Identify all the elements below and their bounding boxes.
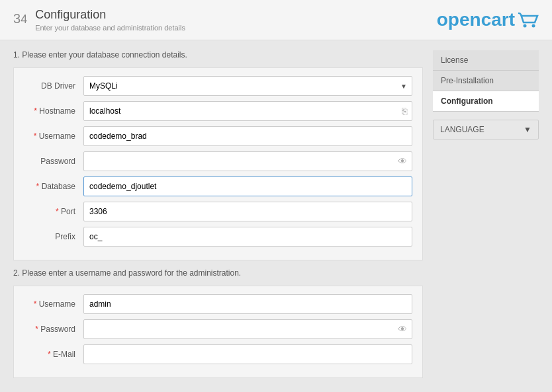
port-label: * Port bbox=[24, 207, 83, 216]
step-info: 34 Configuration Enter your database and… bbox=[13, 8, 185, 32]
admin-section: * Username * Password 👁 * E-Mail bbox=[13, 286, 423, 378]
form-area: 1. Please enter your database connection… bbox=[13, 50, 423, 386]
admin-password-input-wrapper: 👁 bbox=[83, 319, 412, 339]
page-title: Configuration bbox=[35, 8, 185, 22]
prefix-input[interactable] bbox=[83, 227, 412, 247]
password-input-wrapper: 👁 bbox=[83, 151, 412, 171]
admin-password-input[interactable] bbox=[83, 319, 412, 339]
database-label: * Database bbox=[24, 182, 83, 191]
prefix-group: Prefix bbox=[24, 227, 412, 247]
password-input[interactable] bbox=[83, 151, 412, 171]
db-driver-select[interactable]: MySQLi MySQL PostgreSQL MSSQL bbox=[83, 76, 412, 96]
show-admin-password-icon[interactable]: 👁 bbox=[398, 324, 407, 334]
port-input[interactable] bbox=[83, 202, 412, 221]
database-group: * Database bbox=[24, 176, 412, 196]
copy-icon[interactable]: ⎘ bbox=[402, 106, 407, 116]
page-subtitle: Enter your database and administration d… bbox=[35, 24, 185, 32]
admin-username-group: * Username bbox=[24, 294, 412, 314]
svg-point-1 bbox=[532, 24, 535, 28]
password-label: Password bbox=[24, 157, 83, 166]
username-input[interactable] bbox=[83, 126, 412, 146]
hostname-input[interactable] bbox=[83, 101, 412, 121]
svg-point-0 bbox=[524, 24, 527, 28]
password-group: Password 👁 bbox=[24, 151, 412, 171]
hostname-input-wrapper: ⎘ bbox=[83, 101, 412, 121]
admin-username-input[interactable] bbox=[83, 294, 412, 314]
sidebar-item-license[interactable]: License bbox=[433, 50, 539, 71]
admin-username-label: * Username bbox=[24, 299, 83, 309]
admin-password-group: * Password 👁 bbox=[24, 319, 412, 339]
section2-title: 2. Please enter a username and password … bbox=[13, 268, 423, 278]
logo: opencart bbox=[437, 9, 539, 30]
admin-email-input[interactable] bbox=[83, 344, 412, 364]
sidebar-item-preinstallation[interactable]: Pre-Installation bbox=[433, 71, 539, 91]
language-button[interactable]: LANGUAGE ▼ bbox=[433, 120, 539, 139]
username-group: * Username bbox=[24, 126, 412, 146]
db-driver-select-wrapper[interactable]: MySQLi MySQL PostgreSQL MSSQL ▼ bbox=[83, 76, 412, 96]
step-total: 4 bbox=[21, 13, 27, 26]
db-driver-label: DB Driver bbox=[24, 81, 83, 91]
admin-email-group: * E-Mail bbox=[24, 344, 412, 364]
section1-title: 1. Please enter your database connection… bbox=[13, 50, 423, 59]
port-group: * Port bbox=[24, 202, 412, 221]
sidebar-item-configuration[interactable]: Configuration bbox=[433, 91, 539, 112]
admin-email-label: * E-Mail bbox=[24, 350, 83, 359]
step-number: 34 bbox=[13, 8, 27, 26]
language-dropdown-icon: ▼ bbox=[524, 125, 531, 134]
database-input[interactable] bbox=[83, 176, 412, 196]
db-section: DB Driver MySQLi MySQL PostgreSQL MSSQL … bbox=[13, 67, 423, 260]
prefix-label: Prefix bbox=[24, 232, 83, 241]
main-layout: 1. Please enter your database connection… bbox=[0, 40, 552, 392]
admin-password-label: * Password bbox=[24, 325, 83, 334]
header: 34 Configuration Enter your database and… bbox=[0, 0, 552, 40]
show-password-icon[interactable]: 👁 bbox=[398, 156, 407, 167]
username-label: * Username bbox=[24, 132, 83, 141]
logo-text: opencart bbox=[437, 9, 515, 30]
sidebar: License Pre-Installation Configuration L… bbox=[433, 50, 539, 139]
hostname-group: * Hostname ⎘ bbox=[24, 101, 412, 121]
logo-cart-icon bbox=[518, 11, 539, 29]
db-driver-group: DB Driver MySQLi MySQL PostgreSQL MSSQL … bbox=[24, 76, 412, 96]
hostname-label: * Hostname bbox=[24, 106, 83, 116]
